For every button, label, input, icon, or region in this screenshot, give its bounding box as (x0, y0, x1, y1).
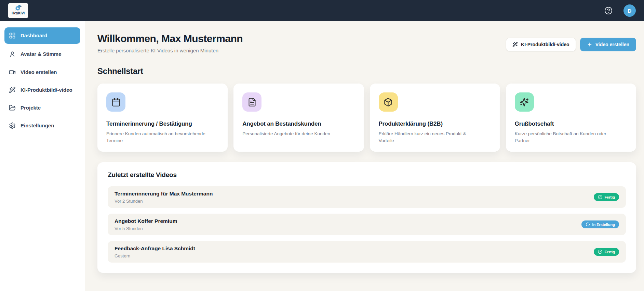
video-time: Vor 2 Stunden (115, 199, 213, 204)
quickstart-section-title: Schnellstart (97, 66, 636, 76)
sidebar-item-ki-produktbild-video[interactable]: KI-Produktbild/-video (4, 83, 80, 98)
video-time: Gestern (115, 253, 195, 258)
person-icon (9, 51, 16, 58)
status-badge: Fertig (594, 248, 619, 256)
sidebar-item-label: Avatar & Stimme (21, 51, 62, 58)
button-label: Video erstellen (595, 42, 629, 47)
status-badge: In Erstellung (581, 220, 619, 228)
sparkles-icon (520, 98, 529, 107)
check-circle-icon (598, 195, 602, 199)
button-label: KI-Produktbild/-video (521, 42, 569, 47)
main-content: Willkommen, Max Mustermann Erstelle pers… (85, 21, 644, 291)
sidebar: Dashboard Avatar & Stimme Video erstelle… (0, 21, 85, 291)
video-title: Feedback-Anfrage Lisa Schmidt (115, 245, 195, 252)
card-icon-badge (515, 92, 534, 112)
video-row[interactable]: Angebot Koffer Premium Vor 5 Stunden In … (108, 214, 626, 235)
video-title: Terminerinnerung für Max Mustermann (115, 191, 213, 197)
plus-icon (587, 42, 592, 47)
card-icon-badge (106, 92, 125, 112)
sidebar-item-video-erstellen[interactable]: Video erstellen (4, 65, 80, 80)
check-circle-icon (598, 250, 602, 254)
sidebar-item-label: Projekte (21, 104, 41, 111)
status-label: In Erstellung (592, 223, 615, 227)
sidebar-item-label: Dashboard (21, 32, 47, 39)
card-icon-badge (379, 92, 398, 112)
quickstart-card-angebot[interactable]: Angebot an Bestandskunden Personalisiert… (233, 84, 364, 152)
sidebar-item-avatar-stimme[interactable]: Avatar & Stimme (4, 47, 80, 62)
quickstart-card-grussbotschaft[interactable]: Grußbotschaft Kurze persönliche Botschaf… (506, 84, 636, 152)
sidebar-item-label: Einstellungen (21, 122, 54, 129)
card-description: Erinnere Kunden automatisch an bevorsteh… (106, 130, 209, 144)
status-label: Fertig (604, 250, 615, 254)
recent-videos-title: Zuletzt erstellte Videos (108, 171, 626, 179)
status-label: Fertig (604, 195, 615, 199)
sidebar-item-label: KI-Produktbild/-video (21, 87, 72, 93)
calendar-icon (111, 98, 121, 107)
folder-icon (9, 104, 16, 111)
topbar: HeyKIVi D (0, 0, 644, 21)
video-row[interactable]: Feedback-Anfrage Lisa Schmidt Gestern Fe… (108, 241, 626, 263)
brand-name: HeyKIVi (12, 11, 25, 15)
card-icon-badge (242, 92, 261, 112)
app-logo[interactable]: HeyKIVi (8, 3, 28, 18)
file-text-icon (247, 98, 257, 107)
spinner-icon (586, 222, 590, 227)
card-description: Erkläre Händlern kurz ein neues Produkt … (379, 130, 481, 144)
gear-icon (9, 122, 16, 129)
magic-wand-icon (9, 87, 16, 93)
card-title: Grußbotschaft (515, 121, 627, 127)
quickstart-card-produkterklaerung[interactable]: Produkterklärung (B2B) Erkläre Händlern … (370, 84, 500, 152)
card-title: Terminerinnerung / Bestätigung (106, 121, 219, 127)
video-title: Angebot Koffer Premium (115, 218, 177, 224)
dashboard-grid-icon (9, 32, 16, 39)
magic-wand-icon (512, 42, 518, 47)
video-row[interactable]: Terminerinnerung für Max Mustermann Vor … (108, 186, 626, 208)
user-avatar[interactable]: D (623, 4, 636, 17)
status-badge: Fertig (594, 193, 619, 201)
sidebar-item-projekte[interactable]: Projekte (4, 100, 80, 115)
sidebar-item-dashboard[interactable]: Dashboard (4, 27, 80, 44)
package-icon (384, 98, 393, 107)
video-time: Vor 5 Stunden (115, 226, 177, 231)
help-circle-icon (604, 7, 613, 15)
quickstart-card-terminerinnerung[interactable]: Terminerinnerung / Bestätigung Erinnere … (97, 84, 228, 152)
video-erstellen-button[interactable]: Video erstellen (580, 38, 636, 51)
card-description: Kurze persönliche Botschaft an Kunden od… (515, 130, 617, 144)
sidebar-item-einstellungen[interactable]: Einstellungen (4, 118, 80, 133)
help-button[interactable] (604, 6, 613, 15)
sidebar-item-label: Video erstellen (21, 69, 57, 76)
page-subtitle: Erstelle personalisierte KI-Videos in we… (97, 48, 243, 53)
card-title: Produkterklärung (B2B) (379, 121, 491, 127)
ki-produktbild-video-button[interactable]: KI-Produktbild/-video (506, 38, 576, 51)
recent-videos-card: Zuletzt erstellte Videos Terminerinnerun… (97, 162, 636, 273)
card-description: Personalisierte Angebote für deine Kunde… (242, 130, 345, 137)
page-title: Willkommen, Max Mustermann (97, 33, 243, 45)
quickstart-cards: Terminerinnerung / Bestätigung Erinnere … (97, 84, 636, 152)
card-title: Angebot an Bestandskunden (242, 121, 355, 127)
video-camera-icon (9, 69, 16, 76)
